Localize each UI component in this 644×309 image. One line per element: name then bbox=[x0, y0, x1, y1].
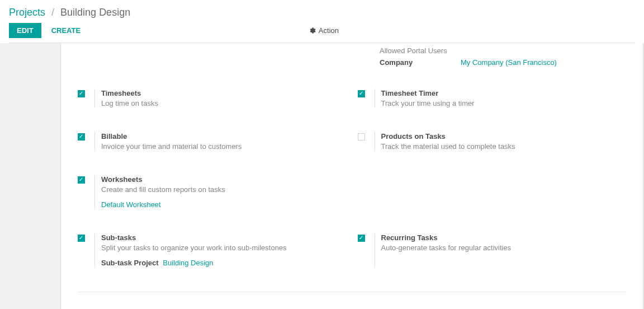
worksheets-title: Worksheets bbox=[101, 175, 225, 184]
timesheet-timer-title: Timesheet Timer bbox=[381, 89, 475, 97]
billable-desc: Invoice your time and material to custom… bbox=[101, 142, 242, 151]
recurring-tasks-desc: Auto-generate tasks for regular activiti… bbox=[381, 244, 512, 252]
worksheets-checkbox[interactable] bbox=[78, 176, 85, 184]
breadcrumb-current: Building Design bbox=[60, 7, 130, 18]
action-dropdown[interactable]: Action bbox=[309, 26, 339, 35]
section-divider bbox=[78, 292, 626, 292]
gear-icon bbox=[309, 27, 316, 34]
products-on-tasks-title: Products on Tasks bbox=[381, 132, 515, 141]
breadcrumb-separator: / bbox=[51, 7, 54, 18]
action-label: Action bbox=[319, 26, 339, 35]
subtask-project-label: Sub-task Project bbox=[101, 259, 159, 267]
timesheet-timer-checkbox[interactable] bbox=[358, 90, 365, 97]
timesheets-desc: Log time on tasks bbox=[101, 99, 158, 107]
timesheets-title: Timesheets bbox=[101, 89, 158, 97]
billable-title: Billable bbox=[101, 132, 242, 141]
create-button[interactable]: CREATE bbox=[49, 23, 83, 38]
company-value[interactable]: My Company (San Francisco) bbox=[461, 58, 557, 67]
default-worksheet-link[interactable]: Default Worksheet bbox=[101, 200, 161, 209]
products-on-tasks-checkbox[interactable] bbox=[358, 133, 365, 141]
worksheets-desc: Create and fill custom reports on tasks bbox=[101, 185, 225, 194]
subtasks-desc: Split your tasks to organize your work i… bbox=[101, 244, 287, 252]
products-on-tasks-desc: Track the material used to complete task… bbox=[381, 142, 515, 151]
timesheet-timer-desc: Track your time using a timer bbox=[381, 99, 475, 107]
billable-checkbox[interactable] bbox=[78, 133, 85, 141]
breadcrumb: Projects / Building Design bbox=[9, 3, 635, 18]
subtask-project-value[interactable]: Building Design bbox=[163, 259, 213, 267]
recurring-tasks-title: Recurring Tasks bbox=[381, 233, 512, 242]
allowed-portal-users-label: Allowed Portal Users bbox=[380, 46, 461, 55]
timesheets-checkbox[interactable] bbox=[78, 90, 85, 97]
subtasks-checkbox[interactable] bbox=[78, 235, 85, 242]
breadcrumb-root[interactable]: Projects bbox=[9, 7, 45, 18]
company-label: Company bbox=[380, 58, 461, 67]
form-sheet: Allowed Portal Users Company My Company … bbox=[60, 43, 643, 309]
left-gutter bbox=[0, 43, 60, 309]
recurring-tasks-checkbox[interactable] bbox=[358, 235, 365, 242]
edit-button[interactable]: EDIT bbox=[9, 23, 41, 38]
subtasks-title: Sub-tasks bbox=[101, 233, 287, 242]
